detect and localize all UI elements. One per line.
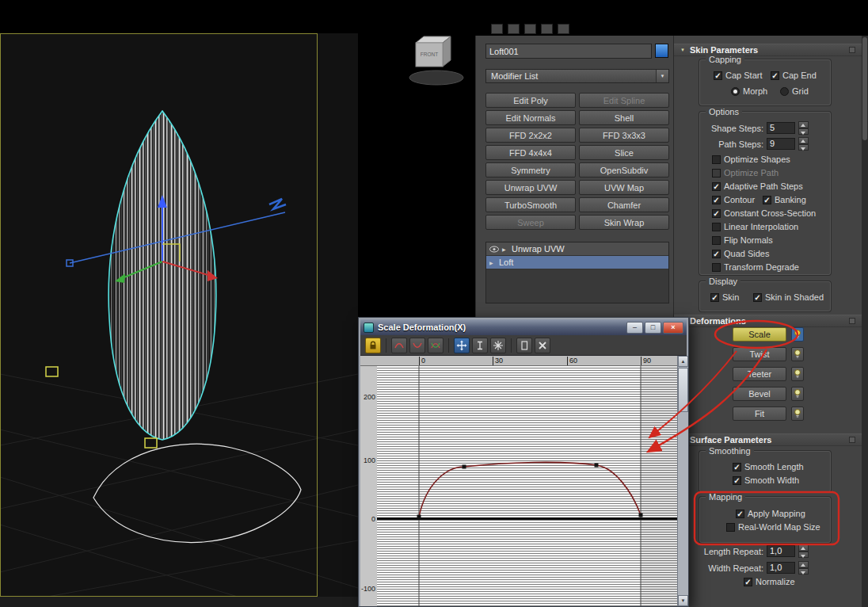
display-xy-axes-icon[interactable] — [428, 338, 444, 353]
modifier-button-opensubdiv[interactable]: OpenSubdiv — [579, 162, 669, 178]
rollout-pin-icon[interactable] — [849, 47, 855, 53]
modifier-button-chamfer[interactable]: Chamfer — [579, 197, 669, 212]
bevel-deformation-button[interactable]: Bevel — [733, 387, 786, 401]
modifier-button-skin-wrap[interactable]: Skin Wrap — [579, 215, 669, 230]
dialog-scrollbar-thumb[interactable] — [678, 368, 688, 412]
apply-mapping-checkbox[interactable]: Apply Mapping — [736, 509, 805, 519]
perspective-viewport[interactable] — [0, 33, 358, 597]
main-toolbar-fragment-icon[interactable] — [491, 24, 503, 34]
rollout-pin-icon[interactable] — [849, 437, 855, 443]
scale-deformation-button[interactable]: Scale — [733, 327, 786, 342]
modifier-button-ffd-2x2x2[interactable]: FFD 2x2x2 — [485, 128, 576, 143]
spinner-down-icon[interactable] — [798, 144, 809, 151]
spinner-up-icon[interactable] — [798, 121, 809, 128]
flip-normals-checkbox[interactable]: Flip Normals — [712, 235, 773, 246]
fit-deformation-button[interactable]: Fit — [733, 407, 786, 421]
modifier-button-symmetry[interactable]: Symmetry — [485, 162, 576, 178]
main-toolbar-fragment-icon[interactable] — [508, 24, 520, 34]
transform-degrade-checkbox[interactable]: Transform Degrade — [712, 262, 799, 273]
scroll-up-icon[interactable]: ▲ — [678, 356, 688, 367]
curve-control-point[interactable] — [639, 513, 643, 517]
modifier-button-unwrap-uvw[interactable]: Unwrap UVW — [485, 180, 576, 195]
lightbulb-toggle-icon[interactable] — [791, 367, 804, 381]
close-button[interactable]: × — [663, 322, 683, 334]
expand-arrow-icon[interactable]: ▶ — [489, 260, 496, 265]
optimize-shapes-checkbox[interactable]: Optimize Shapes — [712, 155, 790, 165]
modifier-button-slice[interactable]: Slice — [579, 145, 669, 160]
spinner-down-icon[interactable] — [798, 568, 809, 575]
stack-item-unwrap-uvw[interactable]: ▶ Unwrap UVW — [486, 242, 668, 256]
visibility-eye-icon[interactable] — [489, 246, 499, 253]
width-repeat-field[interactable]: 1,0 — [767, 562, 795, 574]
cap-start-checkbox[interactable]: Cap Start — [714, 71, 762, 81]
spinner-down-icon[interactable] — [798, 128, 809, 136]
scale-deformation-curve[interactable] — [419, 462, 641, 517]
skin-in-shaded-checkbox[interactable]: Skin in Shaded — [753, 292, 824, 303]
lightbulb-toggle-icon[interactable] — [791, 407, 804, 421]
reset-curve-icon[interactable] — [516, 338, 532, 353]
constant-cross-section-checkbox[interactable]: Constant Cross-Section — [712, 208, 816, 219]
display-x-axis-icon[interactable] — [391, 338, 407, 353]
linear-interpolation-checkbox[interactable]: Linear Interpolation — [712, 222, 798, 232]
lightbulb-toggle-icon[interactable] — [791, 387, 804, 401]
expand-arrow-icon[interactable]: ▶ — [502, 246, 508, 252]
modifier-button-uvw-map[interactable]: UVW Map — [579, 180, 669, 195]
grid-radio[interactable]: Grid — [780, 86, 809, 97]
object-color-swatch[interactable] — [655, 44, 668, 58]
dialog-scrollbar[interactable]: ▲ ▼ — [677, 356, 688, 606]
modifier-button-ffd-3x3x3[interactable]: FFD 3x3x3 — [579, 128, 669, 143]
rollout-deformations[interactable]: ▼ Deformations — [674, 315, 862, 327]
rollout-surface-parameters[interactable]: ▼ Surface Parameters — [674, 433, 862, 446]
spinner-up-icon[interactable] — [798, 137, 809, 144]
quad-sides-checkbox[interactable]: Quad Sides — [712, 249, 769, 259]
deformation-curve-canvas[interactable] — [377, 366, 677, 606]
modifier-button-turbosmooth[interactable]: TurboSmooth — [485, 197, 576, 212]
panel-scrollbar[interactable] — [862, 36, 868, 607]
normalize-checkbox[interactable]: Normalize — [744, 577, 795, 587]
rollout-skin-parameters[interactable]: ▼ Skin Parameters — [674, 44, 862, 56]
minimize-button[interactable]: – — [626, 322, 643, 334]
maximize-button[interactable]: □ — [645, 322, 661, 334]
modifier-list-dropdown[interactable]: Modifier List ▼ — [485, 69, 669, 83]
smooth-length-checkbox[interactable]: Smooth Length — [733, 462, 804, 472]
scroll-down-icon[interactable]: ▼ — [678, 595, 688, 606]
lightbulb-toggle-icon[interactable] — [791, 347, 804, 361]
modifier-button-edit-poly[interactable]: Edit Poly — [485, 93, 576, 108]
lightbulb-toggle-icon[interactable] — [791, 327, 804, 342]
stack-item-loft[interactable]: ▶ Loft — [486, 256, 668, 269]
panel-scrollbar-thumb[interactable] — [862, 37, 867, 140]
shape-steps-field[interactable]: 5 — [767, 122, 795, 134]
delete-control-point-icon[interactable] — [535, 338, 550, 353]
contour-checkbox[interactable]: Contour — [712, 195, 755, 205]
morph-radio[interactable]: Morph — [731, 86, 767, 97]
main-toolbar-fragment-icon[interactable] — [558, 24, 569, 34]
banking-checkbox[interactable]: Banking — [763, 195, 806, 205]
real-world-map-size-checkbox[interactable]: Real-World Map Size — [726, 522, 820, 533]
spinner-up-icon[interactable] — [798, 544, 809, 552]
insert-corner-point-icon[interactable] — [490, 338, 506, 353]
spinner-down-icon[interactable] — [798, 552, 809, 559]
curve-control-point[interactable] — [463, 465, 466, 469]
smooth-width-checkbox[interactable]: Smooth Width — [733, 475, 799, 486]
skin-checkbox[interactable]: Skin — [710, 292, 739, 303]
object-name-field[interactable] — [485, 44, 652, 59]
modifier-button-ffd-4x4x4[interactable]: FFD 4x4x4 — [485, 145, 576, 160]
main-toolbar-fragment-icon[interactable] — [541, 24, 553, 34]
cap-end-checkbox[interactable]: Cap End — [771, 71, 817, 81]
front-viewcube-gizmo[interactable]: FRONT — [400, 32, 471, 87]
dialog-title-bar[interactable]: Scale Deformation(X) – □ × — [360, 319, 687, 335]
path-steps-field[interactable]: 9 — [767, 138, 795, 150]
display-y-axis-icon[interactable] — [409, 338, 425, 353]
move-control-point-icon[interactable] — [454, 338, 470, 353]
twist-deformation-button[interactable]: Twist — [733, 347, 786, 361]
main-toolbar-fragment-icon[interactable] — [524, 24, 536, 34]
scale-control-point-icon[interactable] — [472, 338, 488, 353]
teeter-deformation-button[interactable]: Teeter — [733, 367, 786, 381]
adaptive-path-steps-checkbox[interactable]: Adaptive Path Steps — [712, 181, 803, 192]
rollout-pin-icon[interactable] — [849, 318, 855, 324]
curve-control-point[interactable] — [595, 464, 599, 468]
modifier-button-shell[interactable]: Shell — [579, 110, 669, 125]
modifier-button-edit-normals[interactable]: Edit Normals — [485, 110, 576, 125]
length-repeat-field[interactable]: 1,0 — [767, 545, 795, 557]
make-symmetrical-icon[interactable] — [365, 338, 381, 353]
